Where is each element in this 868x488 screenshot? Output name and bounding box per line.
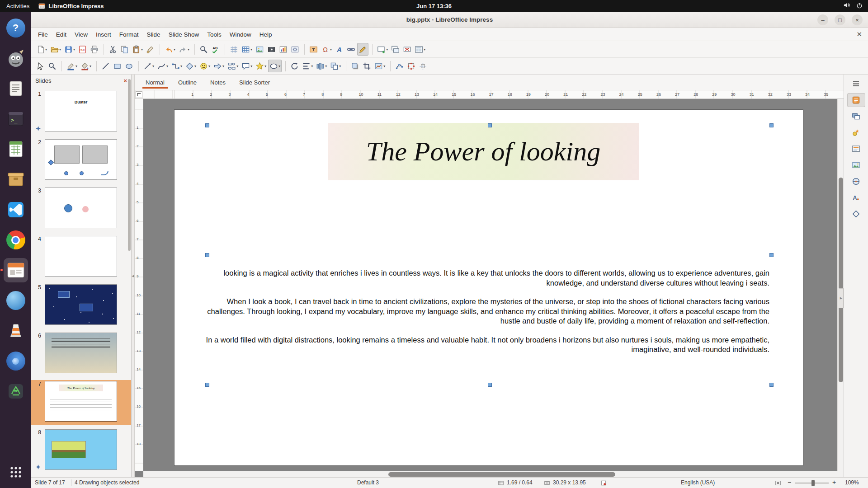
selection-handle[interactable] [769, 383, 774, 387]
dock-firefox-icon[interactable] [4, 349, 28, 373]
slide-body-text-box[interactable]: looking is a magical activity that enric… [205, 268, 769, 364]
new-document-dropdown-icon[interactable]: ▾ [45, 47, 47, 52]
ellipse-button[interactable] [123, 60, 135, 72]
align-objects-button[interactable]: ▾ [301, 60, 314, 72]
maximize-button[interactable]: □ [835, 14, 845, 25]
cut-button[interactable] [107, 43, 118, 56]
callout-shapes-button[interactable]: ▾ [240, 60, 254, 72]
volume-icon[interactable] [843, 2, 850, 10]
selection-handle[interactable] [488, 383, 492, 387]
zoom-level-status[interactable]: 109% [845, 479, 859, 486]
dock-vscode-icon[interactable] [4, 197, 28, 222]
slide-thumbnail-item-5[interactable]: 5 [31, 283, 131, 328]
edit-points-button[interactable] [394, 60, 405, 72]
connectors-button[interactable]: ▾ [170, 60, 184, 72]
tab-stop-selector[interactable] [136, 91, 142, 98]
sidebar-collapse-handle[interactable]: ▶ [839, 288, 844, 308]
dock-trash-icon[interactable] [4, 379, 28, 404]
dock-gimp-icon[interactable] [4, 46, 28, 70]
selection-handle[interactable] [769, 123, 774, 127]
delete-slide-button[interactable] [401, 43, 413, 56]
slide-thumbnail-item-2[interactable]: 2 [31, 138, 131, 183]
distribute-button[interactable]: ▾ [315, 60, 328, 72]
menu-window[interactable]: Window [226, 29, 255, 40]
symbol-shapes-button[interactable]: ▾ [198, 60, 212, 72]
selection-handle[interactable] [205, 123, 209, 127]
crop-image-button[interactable] [361, 60, 373, 72]
focused-app-indicator[interactable]: LibreOffice Impress [38, 3, 104, 9]
star-shapes-button[interactable]: ▾ [254, 60, 268, 72]
export-pdf-button[interactable]: PDF [77, 43, 88, 56]
slide-thumbnail[interactable] [45, 333, 117, 373]
insert-media-button[interactable] [266, 43, 277, 56]
canvas-horizontal-scrollbar[interactable] [143, 471, 837, 477]
clock[interactable]: Jun 17 13:36 [416, 3, 452, 9]
fontwork-button[interactable]: A [334, 43, 345, 56]
view-tab-notes[interactable]: Notes [204, 75, 232, 89]
glue-points-button[interactable] [406, 60, 417, 72]
slide-paragraph-1[interactable]: looking is a magical activity that enric… [205, 268, 769, 288]
menu-slide-show[interactable]: Slide Show [165, 29, 203, 40]
insert-ole-button[interactable] [289, 43, 301, 56]
rectangle-button[interactable] [112, 60, 123, 72]
shadow-button[interactable] [349, 60, 361, 72]
undo-dropdown-icon[interactable]: ▾ [174, 47, 175, 52]
slide-thumbnail-item-7[interactable]: 7The Power of looking [31, 380, 131, 425]
menu-edit[interactable]: Edit [52, 29, 71, 40]
select-button[interactable] [35, 60, 46, 72]
canvas-vertical-scrollbar[interactable] [837, 99, 844, 471]
duplicate-slide-button[interactable] [390, 43, 401, 56]
selection-handle[interactable] [205, 383, 209, 387]
display-grid-button[interactable] [228, 43, 240, 56]
block-arrows-dropdown-icon[interactable]: ▾ [222, 64, 224, 68]
slides-panel-close-icon[interactable]: × [123, 77, 127, 84]
object-size-status[interactable]: 30.29 x 13.95 [553, 479, 586, 486]
dock-help-icon[interactable]: ? [4, 16, 28, 40]
insert-table-dropdown-icon[interactable]: ▾ [250, 47, 252, 52]
sidebar-navigator-icon[interactable] [847, 174, 865, 188]
undo-button[interactable]: ▾ [163, 43, 177, 56]
activities-button[interactable]: Activities [6, 3, 29, 9]
new-slide-button[interactable]: ▾ [376, 43, 389, 56]
slide-title-box[interactable]: The Power of looking [328, 123, 639, 180]
find-replace-button[interactable] [198, 43, 209, 56]
slide-thumbnail-item-4[interactable]: 4 [31, 235, 131, 280]
slide-thumbnail-item-6[interactable]: 6 [31, 332, 131, 377]
close-button[interactable]: × [852, 14, 863, 25]
cursor-position-status[interactable]: 1.69 / 0.64 [507, 479, 533, 486]
special-character-button[interactable]: Ω▾ [320, 43, 333, 56]
slide-thumbnail-item-1[interactable]: 1Buster [31, 90, 131, 135]
dock-files-icon[interactable] [4, 288, 28, 313]
dock-text-editor-icon[interactable] [4, 76, 28, 101]
hyperlink-button[interactable] [345, 43, 357, 56]
zoom-in-button[interactable]: + [832, 479, 836, 486]
slide-paragraph-2[interactable]: When I look a book, I can travel back in… [205, 297, 769, 326]
lines-arrows-dropdown-icon[interactable]: ▾ [152, 64, 154, 68]
curves-polygons-dropdown-icon[interactable]: ▾ [166, 64, 168, 68]
flowchart-shapes-dropdown-icon[interactable]: ▾ [236, 64, 238, 68]
lines-arrows-button[interactable]: ▾ [142, 60, 156, 72]
slide-master-status[interactable]: Default 3 [357, 479, 379, 486]
sidebar-styles-icon[interactable]: A [847, 191, 865, 205]
insert-line-button[interactable] [100, 60, 111, 72]
image-filter-button[interactable]: ▾ [373, 60, 387, 72]
connectors-dropdown-icon[interactable]: ▾ [180, 64, 182, 68]
slide-thumbnail[interactable]: Buster [45, 91, 117, 131]
symbol-shapes-dropdown-icon[interactable]: ▾ [208, 64, 210, 68]
slide-thumbnail[interactable] [45, 188, 117, 228]
close-document-icon[interactable]: ✕ [856, 30, 862, 38]
dock-vlc-icon[interactable] [4, 319, 28, 343]
sidebar-master-slides-icon[interactable] [847, 142, 865, 156]
clone-formatting-button[interactable] [145, 43, 156, 56]
power-icon[interactable] [856, 2, 863, 10]
slides-panel-scrollbar[interactable] [128, 79, 131, 251]
print-button[interactable] [89, 43, 100, 56]
slide-thumbnail-item-8[interactable]: 8 [31, 428, 131, 474]
title-bar[interactable]: big.pptx - LibreOffice Impress – □ × [31, 12, 868, 28]
sidebar-sidebar-settings-icon[interactable] [847, 77, 865, 91]
slide-number-status[interactable]: Slide 7 of 17 [35, 479, 65, 486]
save-button[interactable]: ▾ [63, 43, 76, 56]
vertical-scrollbar-thumb[interactable] [839, 178, 843, 382]
line-color-dropdown-icon[interactable]: ▾ [75, 64, 77, 68]
sidebar-shapes-deck-icon[interactable] [847, 207, 865, 221]
